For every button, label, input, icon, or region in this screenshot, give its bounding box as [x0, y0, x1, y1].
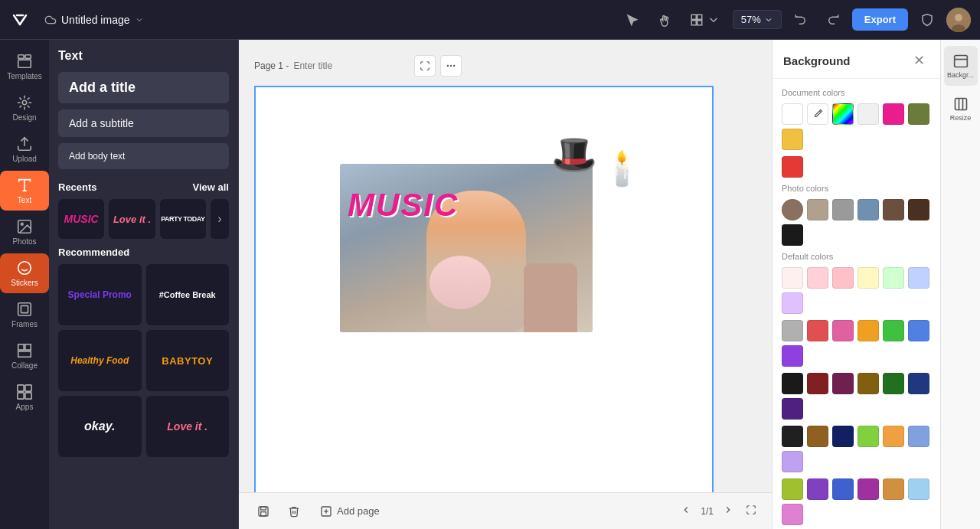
logo-icon[interactable]: [9, 9, 31, 31]
photo-color-2[interactable]: [807, 199, 828, 220]
def-c17[interactable]: [832, 373, 854, 394]
def-c23[interactable]: [807, 426, 828, 447]
sidebar-item-stickers[interactable]: Stickers: [0, 253, 49, 293]
music-text-overlay[interactable]: MUSIC: [348, 187, 459, 224]
def-c7[interactable]: [782, 292, 803, 314]
background-tab[interactable]: Backgr...: [944, 46, 978, 86]
view-all-button[interactable]: View all: [193, 181, 229, 193]
add-subtitle-button[interactable]: Add a subtitle: [58, 109, 229, 137]
def-c21[interactable]: [782, 398, 803, 420]
sidebar-item-apps[interactable]: Apps: [0, 377, 49, 417]
page-fit-button[interactable]: [414, 55, 436, 77]
def-c11[interactable]: [858, 320, 879, 341]
photo-color-3[interactable]: [832, 199, 854, 220]
def-c14[interactable]: [782, 345, 803, 367]
prev-page-button[interactable]: [678, 501, 694, 521]
page-more-button[interactable]: [440, 55, 462, 77]
def-c24[interactable]: [832, 426, 854, 447]
def-c20[interactable]: [908, 373, 929, 394]
canvas-area[interactable]: MUSIC 🎩 🕯️: [254, 86, 714, 492]
def-c15[interactable]: [782, 373, 803, 394]
recent-party[interactable]: PARTY TODAY: [160, 199, 206, 239]
def-c2[interactable]: [807, 267, 828, 289]
undo-button[interactable]: [788, 8, 814, 31]
delete-page-button[interactable]: [282, 501, 306, 522]
sidebar-item-collage[interactable]: Collage: [0, 336, 49, 376]
def-c35[interactable]: [782, 504, 803, 525]
avatar[interactable]: [946, 8, 971, 32]
def-c34[interactable]: [908, 478, 929, 500]
rec-babytoy[interactable]: BABYTOY: [146, 330, 230, 391]
hand-tool-button[interactable]: [652, 8, 678, 31]
add-title-button[interactable]: Add a title: [58, 72, 229, 103]
doc-color-lightgray[interactable]: [858, 103, 879, 125]
rec-love-it2[interactable]: Love it .: [146, 396, 230, 457]
rec-special-promo[interactable]: Special Promo: [58, 264, 142, 325]
def-c16[interactable]: [807, 373, 828, 394]
zoom-button[interactable]: 57%: [733, 10, 782, 29]
sidebar-item-templates[interactable]: Templates: [0, 47, 49, 87]
def-c33[interactable]: [883, 478, 904, 500]
doc-color-yellow[interactable]: [782, 129, 803, 150]
sidebar-item-photos[interactable]: Photos: [0, 212, 49, 252]
def-c25[interactable]: [858, 426, 879, 447]
export-button[interactable]: Export: [852, 8, 908, 31]
photo-color-1[interactable]: [782, 199, 803, 220]
def-c30[interactable]: [807, 478, 828, 500]
def-c31[interactable]: [832, 478, 854, 500]
add-page-button[interactable]: Add page: [312, 501, 387, 522]
redo-button[interactable]: [820, 8, 846, 31]
def-c19[interactable]: [883, 373, 904, 394]
recent-music[interactable]: MUSIC: [58, 199, 104, 239]
def-c26[interactable]: [883, 426, 904, 447]
rec-okay[interactable]: okay.: [58, 396, 142, 457]
enter-title-input[interactable]: [293, 60, 408, 71]
doc-color-pink[interactable]: [883, 103, 904, 125]
def-c1[interactable]: [782, 267, 803, 289]
resize-tab[interactable]: Resize: [944, 89, 978, 129]
def-c3[interactable]: [832, 267, 854, 289]
add-body-button[interactable]: Add body text: [58, 143, 229, 169]
hat-sticker[interactable]: 🎩: [551, 133, 597, 176]
color-picker-button[interactable]: [807, 103, 828, 125]
def-c28[interactable]: [782, 451, 803, 472]
def-c22[interactable]: [782, 426, 803, 447]
def-c32[interactable]: [858, 478, 879, 500]
sidebar-item-frames[interactable]: Frames: [0, 295, 49, 335]
photo-color-5[interactable]: [883, 199, 904, 220]
save-page-button[interactable]: [251, 501, 276, 522]
view-options-button[interactable]: [684, 8, 727, 31]
doc-color-red[interactable]: [782, 156, 803, 178]
doc-color-olive[interactable]: [908, 103, 929, 125]
recents-arrow-button[interactable]: ›: [211, 199, 229, 239]
panel-close-button[interactable]: ✕: [909, 51, 929, 70]
def-c9[interactable]: [807, 320, 828, 341]
def-c13[interactable]: [908, 320, 929, 341]
def-c29[interactable]: [782, 478, 803, 500]
sidebar-item-upload[interactable]: Upload: [0, 129, 49, 169]
candle-sticker[interactable]: 🕯️: [601, 149, 643, 188]
sidebar-item-design[interactable]: Design: [0, 88, 49, 128]
rec-healthy-food[interactable]: Healthy Food: [58, 330, 142, 391]
doc-title-button[interactable]: Untitled image: [38, 11, 150, 29]
def-c12[interactable]: [883, 320, 904, 341]
sidebar-item-text[interactable]: Text: [0, 171, 49, 211]
photo-color-6[interactable]: [908, 199, 929, 220]
def-c10[interactable]: [832, 320, 854, 341]
rec-coffee-break[interactable]: #Coffee Break: [146, 264, 230, 325]
next-page-button[interactable]: [720, 501, 737, 521]
doc-color-gradient[interactable]: [832, 103, 854, 125]
fullscreen-button[interactable]: [743, 501, 760, 521]
def-c27[interactable]: [908, 426, 929, 447]
doc-color-white[interactable]: [782, 103, 803, 125]
photo-color-7[interactable]: [782, 224, 803, 246]
def-c8[interactable]: [782, 320, 803, 341]
def-c18[interactable]: [858, 373, 879, 394]
select-tool-button[interactable]: [619, 8, 645, 31]
recent-loveit[interactable]: Love it .: [109, 199, 155, 239]
def-c5[interactable]: [883, 267, 904, 289]
def-c4[interactable]: [858, 267, 879, 289]
def-c6[interactable]: [908, 267, 929, 289]
shield-button[interactable]: [914, 8, 940, 31]
photo-color-4[interactable]: [858, 199, 879, 220]
